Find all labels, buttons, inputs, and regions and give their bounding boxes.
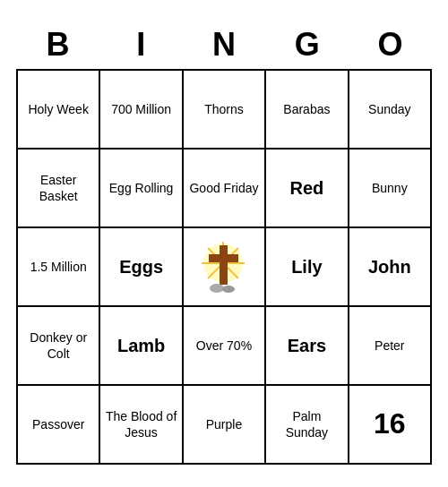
cell-text: Passover (32, 416, 84, 432)
header-letter: O (349, 22, 432, 67)
bingo-cell: Egg Rolling (100, 150, 183, 228)
bingo-cell: 1.5 Million (18, 228, 100, 307)
cell-text: Over 70% (196, 337, 252, 354)
cell-text: Sunday (368, 101, 410, 117)
bingo-cell: Sunday (349, 71, 432, 150)
cell-text: Holy Week (28, 101, 88, 117)
bingo-cell: John (349, 228, 432, 307)
bingo-cell: Barabas (266, 71, 349, 150)
cell-text: Good Friday (189, 180, 258, 196)
cell-text: Purple (206, 416, 242, 432)
bingo-grid: Holy Week700 MillionThornsBarabasSundayE… (16, 69, 432, 465)
bingo-cell: Passover (18, 386, 100, 465)
cell-text: Easter Basket (22, 172, 95, 204)
bingo-cell: Thorns (184, 71, 266, 150)
bingo-cell: Lily (266, 228, 349, 307)
cell-text: Eggs (119, 255, 163, 278)
bingo-cell: Good Friday (184, 150, 266, 228)
cell-text: Lily (291, 255, 322, 278)
header-letter: I (99, 22, 183, 67)
cell-text: Lamb (117, 334, 165, 357)
bingo-cell: Donkey or Colt (18, 307, 100, 386)
header-letter: B (16, 22, 99, 67)
bingo-cell: Over 70% (184, 307, 266, 386)
bingo-cell: 16 (349, 386, 432, 465)
cell-text: 1.5 Million (30, 259, 87, 275)
bingo-cell (184, 228, 266, 307)
bingo-cell: Peter (349, 307, 432, 386)
bingo-card: BINGO Holy Week700 MillionThornsBarabasS… (9, 15, 439, 472)
bingo-cell: Red (266, 150, 349, 228)
cell-text: Palm Sunday (270, 408, 343, 440)
cell-text: Peter (375, 337, 404, 354)
cross-icon (194, 238, 253, 296)
svg-point-11 (210, 284, 224, 293)
header-letter: N (183, 22, 266, 67)
bingo-cell: Bunny (349, 150, 432, 228)
bingo-cell: Palm Sunday (266, 386, 349, 465)
bingo-cell: Easter Basket (18, 150, 100, 228)
cell-text: Red (289, 176, 323, 200)
cell-text: 16 (374, 406, 406, 443)
bingo-cell: 700 Million (100, 71, 183, 150)
cell-text: Egg Rolling (109, 180, 174, 196)
cell-text: Ears (288, 334, 326, 357)
cell-text: Bunny (372, 180, 408, 196)
cell-text: Thorns (204, 101, 244, 117)
cell-text: Donkey or Colt (22, 329, 95, 362)
cell-text: John (368, 255, 411, 278)
header-letter: G (265, 22, 349, 67)
bingo-cell: Purple (184, 386, 266, 465)
bingo-cell: Holy Week (18, 71, 100, 150)
bingo-cell: Lamb (100, 307, 183, 386)
bingo-header: BINGO (16, 22, 432, 67)
bingo-cell: The Blood of Jesus (100, 386, 183, 465)
svg-point-12 (222, 286, 235, 293)
bingo-cell: Ears (266, 307, 349, 386)
cell-text: Barabas (283, 101, 330, 117)
cell-text: 700 Million (111, 101, 171, 117)
bingo-cell: Eggs (100, 228, 183, 307)
svg-rect-10 (209, 254, 238, 262)
svg-rect-9 (220, 245, 228, 285)
cell-text: The Blood of Jesus (104, 408, 177, 440)
